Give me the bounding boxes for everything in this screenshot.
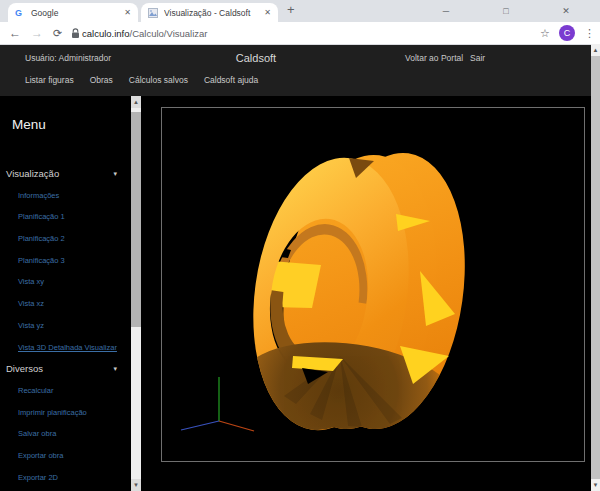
scroll-up-arrow-icon[interactable]: ▲ (131, 96, 141, 108)
window-minimize-button[interactable]: ─ (438, 0, 454, 22)
sidebar-item-exportar-2d[interactable]: Exportar 2D (0, 467, 131, 489)
chevron-down-icon: ▾ (113, 163, 117, 185)
reload-button-icon[interactable]: ⟳ (53, 22, 62, 44)
portal-link[interactable]: Voltar ao Portal (405, 53, 463, 63)
section-label: Visualização (6, 168, 59, 179)
sidebar-item-vista-3d-detalhada[interactable]: Vista 3D Detalhada Visualizar (0, 337, 131, 359)
browser-window: G Google ✕ Visualização - Caldsoft ✕ + ─… (0, 0, 600, 491)
bookmark-star-icon[interactable]: ☆ (540, 22, 550, 44)
tab-close-icon[interactable]: ✕ (264, 8, 271, 17)
impeller-3d-render (162, 108, 584, 461)
profile-avatar[interactable]: C (559, 25, 575, 41)
tab-caldsoft[interactable]: Visualização - Caldsoft ✕ (141, 3, 278, 22)
caldsoft-favicon-icon (148, 8, 158, 18)
sidebar-item-exportar-obra[interactable]: Exportar obra (0, 445, 131, 467)
browser-toolbar: ← → ⟳ calculo.info/Calculo/Visualizar ☆ … (0, 22, 600, 45)
new-tab-button[interactable]: + (287, 2, 295, 17)
sidebar-scrollbar[interactable]: ▲ ▼ (131, 96, 141, 491)
sidebar-item-vista-xz[interactable]: Vista xz (0, 293, 131, 315)
window-maximize-button[interactable]: □ (498, 0, 514, 22)
nav-item-listar-figuras[interactable]: Listar figuras (25, 75, 74, 85)
top-nav: Listar figuras Obras Cálculos salvos Cal… (25, 75, 258, 85)
sidebar-section-diversos[interactable]: Diversos ▾ (0, 358, 131, 380)
nav-item-caldsoft-ajuda[interactable]: Caldsoft ajuda (204, 75, 258, 85)
sidebar-scrollbar-thumb[interactable] (131, 112, 141, 327)
tab-title: Visualização - Caldsoft (164, 8, 258, 18)
page-scrollbar[interactable]: ▲ ▼ (591, 44, 600, 491)
tab-google[interactable]: G Google ✕ (8, 3, 138, 22)
sidebar-item-imprimir-planificacao[interactable]: Imprimir planificação (0, 402, 131, 424)
site-header: Usuário: Administrador Caldsoft Voltar a… (0, 45, 600, 96)
page-content: Usuário: Administrador Caldsoft Voltar a… (0, 45, 600, 491)
sidebar-item-vista-yz[interactable]: Vista yz (0, 315, 131, 337)
sidebar-section-visualizacao[interactable]: Visualização ▾ (0, 163, 131, 185)
sidebar-item-planificacao-1[interactable]: Planificação 1 (0, 206, 131, 228)
logout-link[interactable]: Sair (470, 53, 485, 63)
tab-title: Google (31, 8, 118, 18)
axis-right-red (219, 421, 254, 431)
sidebar-item-salvar-obra[interactable]: Salvar obra (0, 423, 131, 445)
window-close-button[interactable]: ✕ (558, 0, 574, 22)
nav-item-calculos-salvos[interactable]: Cálculos salvos (129, 75, 188, 85)
forward-button-icon[interactable]: → (31, 22, 43, 44)
url-domain: calculo.info (82, 28, 130, 39)
scroll-down-arrow-icon[interactable]: ▼ (591, 479, 600, 491)
sidebar-menu-title: Menu (12, 117, 46, 132)
scroll-down-arrow-icon[interactable]: ▼ (131, 479, 141, 491)
address-bar[interactable]: calculo.info/Calculo/Visualizar (82, 22, 208, 44)
sidebar-item-planificacao-2[interactable]: Planificação 2 (0, 228, 131, 250)
lock-icon (71, 22, 80, 44)
sidebar-item-vista-xy[interactable]: Vista xy (0, 271, 131, 293)
axis-left-blue (181, 421, 219, 430)
browser-menu-dots-icon[interactable]: ⋮ (584, 22, 595, 44)
tab-close-icon[interactable]: ✕ (124, 8, 131, 17)
google-favicon-icon: G (15, 8, 25, 18)
section-label: Diversos (6, 363, 43, 374)
back-button-icon[interactable]: ← (9, 22, 21, 44)
sidebar-item-planificacao-3[interactable]: Planificação 3 (0, 250, 131, 272)
url-path: /Calculo/Visualizar (130, 28, 208, 39)
sidebar-item-informacoes[interactable]: Informações (0, 185, 131, 207)
tab-bar: G Google ✕ Visualização - Caldsoft ✕ + ─… (0, 0, 600, 22)
page-scrollbar-thumb[interactable] (591, 56, 600, 479)
chevron-down-icon: ▾ (113, 358, 117, 380)
viewport-3d-canvas[interactable] (161, 107, 585, 462)
scroll-up-arrow-icon[interactable]: ▲ (591, 44, 600, 56)
nav-item-obras[interactable]: Obras (90, 75, 113, 85)
sidebar-item-recalcular[interactable]: Recalcular (0, 380, 131, 402)
axis-triad (181, 377, 254, 431)
sidebar-menu: Visualização ▾ Informações Planificação … (0, 163, 131, 488)
